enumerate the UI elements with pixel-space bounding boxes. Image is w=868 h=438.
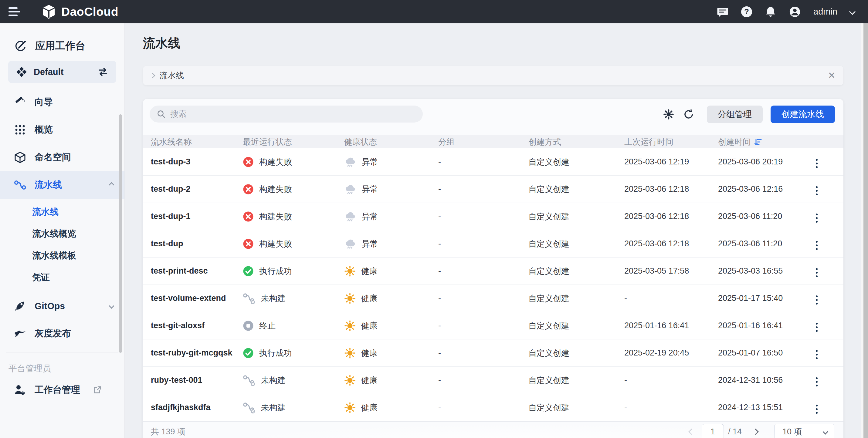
settings-gear-icon[interactable] (662, 106, 675, 123)
pipeline-name[interactable]: test-dup-1 (151, 212, 243, 221)
table-row[interactable]: test-dup-1 构建失败 异常 - 自定义创建 2025-03-06 12… (143, 203, 843, 230)
row-actions-kebab-icon[interactable] (813, 238, 820, 252)
brand[interactable]: DaoCloud (42, 4, 118, 20)
pipeline-name[interactable]: test-dup-2 (151, 184, 243, 194)
pipeline-name[interactable]: test-dup-3 (151, 157, 243, 167)
health-abnormal-icon (344, 156, 356, 168)
pipeline-name[interactable]: sfadjfkjhaskdfa (151, 403, 243, 412)
admin-user-icon (14, 384, 26, 396)
row-actions (803, 345, 843, 362)
sidebar-scrollbar[interactable] (119, 114, 122, 353)
next-page-icon[interactable] (752, 428, 759, 435)
col-header-method[interactable]: 创建方式 (528, 136, 624, 147)
last-run-time: - (624, 403, 718, 412)
sidebar-item-label: 流水线 (35, 179, 62, 191)
sidebar-subitem-pipeline-overview[interactable]: 流水线概览 (0, 223, 124, 245)
sidebar-item-pipeline[interactable]: 流水线 (0, 171, 124, 199)
run-status-cell: 构建失败 (243, 157, 344, 167)
run-status-cell: 未构建 (243, 293, 344, 304)
table-row[interactable]: test-dup 构建失败 异常 - 自定义创建 2025-03-06 12:1… (143, 230, 843, 258)
search-input[interactable] (170, 109, 415, 119)
table-row[interactable]: ruby-test-001 未构建 健康 - 自定义创建 - 2024-12-3… (143, 367, 843, 394)
health-label: 健康 (361, 293, 377, 304)
sub-item-label: 凭证 (32, 271, 50, 283)
sidebar-item-overview[interactable]: 概览 (0, 116, 124, 143)
chevron-down-icon[interactable] (108, 303, 114, 308)
table-row[interactable]: sfadjfkjhaskdfa 未构建 健康 - 自定义创建 - 2024-12… (143, 394, 843, 421)
sidebar-subitem-pipelines[interactable]: 流水线 (0, 201, 124, 223)
row-actions-kebab-icon[interactable] (813, 211, 820, 225)
col-header-last-run[interactable]: 上次运行时间 (624, 136, 718, 147)
sidebar-subitem-pipeline-templates[interactable]: 流水线模板 (0, 245, 124, 267)
pipeline-name[interactable]: test-dup (151, 239, 243, 248)
chevron-up-icon[interactable] (108, 182, 114, 188)
workspace-switcher[interactable]: Default (8, 61, 116, 83)
search-box[interactable] (150, 106, 423, 123)
table-row[interactable]: test-dup-3 构建失败 异常 - 自定义创建 2025-03-06 12… (143, 148, 843, 176)
breadcrumb-close-icon[interactable]: ✕ (828, 71, 836, 80)
breadcrumb-chevron-right-icon[interactable] (150, 73, 155, 78)
row-actions-kebab-icon[interactable] (813, 184, 820, 198)
col-header-run-status[interactable]: 最近运行状态 (243, 136, 344, 147)
sidebar-item-gray-release[interactable]: 灰度发布 (0, 320, 124, 347)
table-row[interactable]: test-ruby-git-mcgqsk 执行成功 健康 - 自定义创建 202… (143, 339, 843, 367)
run-status-cell: 未构建 (243, 402, 344, 413)
user-menu-chevron-down-icon[interactable] (849, 8, 856, 15)
health-healthy-icon (344, 347, 356, 359)
switch-workspace-icon[interactable] (97, 67, 108, 77)
col-header-created[interactable]: 创建时间 (718, 136, 803, 147)
row-actions-kebab-icon[interactable] (813, 266, 820, 280)
create-pipeline-button[interactable]: 创建流水线 (771, 106, 835, 123)
row-actions (803, 263, 843, 280)
sidebar-item-wizard[interactable]: 向导 (0, 88, 124, 116)
sub-item-label: 流水线模板 (32, 249, 76, 262)
table-row[interactable]: test-print-desc 执行成功 健康 - 自定义创建 2025-03-… (143, 258, 843, 285)
page-number-input[interactable] (702, 424, 724, 438)
status-failed-icon (243, 157, 254, 167)
table-row[interactable]: test-dup-2 构建失败 异常 - 自定义创建 2025-03-06 12… (143, 176, 843, 203)
pipeline-name[interactable]: test-ruby-git-mcgqsk (151, 348, 243, 358)
health-cell: 异常 (344, 156, 438, 168)
pipeline-name[interactable]: test-volume-extend (151, 294, 243, 303)
col-header-health[interactable]: 健康状态 (344, 136, 438, 147)
sidebar-item-workbench-management[interactable]: 工作台管理 (0, 376, 124, 404)
create-method: 自定义创建 (528, 375, 624, 386)
sidebar-item-label: 向导 (35, 96, 53, 108)
table-row[interactable]: test-volume-extend 未构建 健康 - 自定义创建 - 2025… (143, 285, 843, 312)
username: admin (813, 7, 837, 17)
row-actions-kebab-icon[interactable] (813, 402, 820, 416)
sort-descending-icon[interactable] (754, 138, 763, 146)
row-actions-kebab-icon[interactable] (813, 157, 820, 170)
row-actions-kebab-icon[interactable] (813, 348, 820, 362)
pipeline-name[interactable]: test-print-desc (151, 266, 243, 276)
row-actions-kebab-icon[interactable] (813, 375, 820, 389)
row-actions-kebab-icon[interactable] (813, 320, 820, 334)
col-header-name[interactable]: 流水线名称 (151, 136, 243, 147)
help-icon[interactable]: ? (741, 6, 752, 17)
table-row[interactable]: test-git-aloxsf 终止 健康 - 自定义创建 2025-01-16… (143, 312, 843, 339)
sidebar-item-namespace[interactable]: 命名空间 (0, 143, 124, 171)
col-header-group[interactable]: 分组 (438, 136, 528, 147)
refresh-icon[interactable] (683, 106, 695, 123)
group-management-button[interactable]: 分组管理 (707, 106, 763, 123)
breadcrumb-label[interactable]: 流水线 (159, 70, 184, 81)
sidebar-item-gitops[interactable]: GitOps (0, 292, 124, 320)
pipeline-icon (14, 179, 26, 191)
row-actions-kebab-icon[interactable] (813, 293, 820, 307)
sidebar-item-label: 灰度发布 (35, 327, 71, 340)
page-size-select[interactable]: 10 项 (774, 424, 834, 438)
run-status-cell: 执行成功 (243, 348, 344, 359)
pipeline-name[interactable]: ruby-test-001 (151, 375, 243, 385)
message-icon[interactable] (717, 6, 728, 18)
hamburger-menu-icon[interactable] (8, 7, 22, 16)
sidebar-subitem-credentials[interactable]: 凭证 (0, 267, 124, 289)
previous-page-icon[interactable] (688, 428, 695, 435)
page-scrollbar[interactable] (861, 23, 868, 438)
run-status-label: 未构建 (261, 402, 286, 413)
run-status-label: 终止 (259, 320, 276, 331)
notifications-bell-icon[interactable] (765, 6, 776, 18)
health-label: 异常 (362, 238, 378, 249)
status-success-icon (243, 266, 254, 277)
pipeline-name[interactable]: test-git-aloxsf (151, 321, 243, 330)
avatar[interactable] (789, 6, 801, 18)
